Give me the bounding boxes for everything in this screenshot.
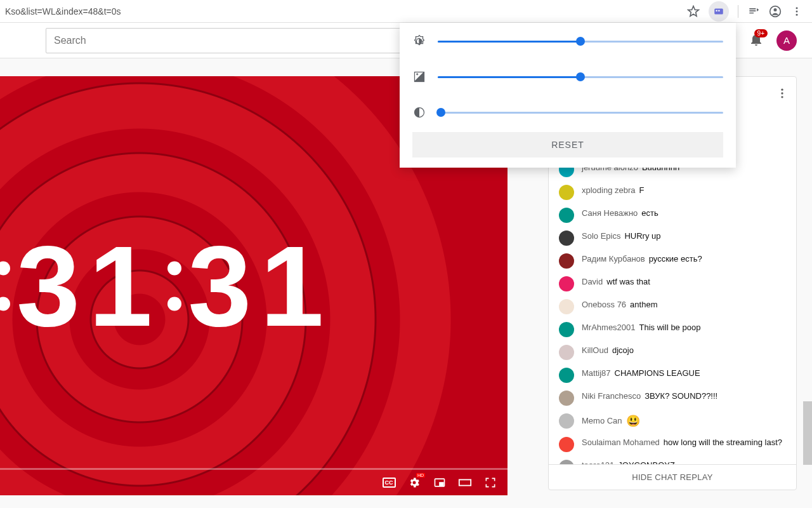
chat-username[interactable]: Solo Epics [582, 231, 620, 241]
player-controls: CC HD [0, 470, 508, 495]
extension-popup: RESET [400, 23, 736, 168]
svg-rect-1 [716, 10, 717, 11]
svg-rect-9 [440, 483, 443, 485]
chat-message: Oneboss 76anthem [559, 295, 786, 318]
notifications-button[interactable]: 9+ [749, 32, 764, 49]
chat-message: teero121JOYCONBOYZ [559, 456, 786, 464]
chat-username[interactable]: Oneboss 76 [582, 300, 626, 309]
chat-text: русские есть? [649, 254, 702, 264]
chat-text: F [639, 185, 645, 195]
chat-avatar[interactable] [559, 437, 574, 452]
chat-message: Davidwtf was that [559, 272, 786, 295]
svg-point-13 [781, 96, 783, 98]
svg-point-5 [796, 7, 798, 9]
chat-message: Mattij87CHAMPIONS LEAGUE [559, 364, 786, 387]
chat-text: anthem [630, 300, 657, 309]
chat-username[interactable]: Mattij87 [582, 368, 611, 378]
chat-avatar[interactable] [559, 231, 574, 246]
svg-rect-10 [459, 479, 471, 485]
scrollbar[interactable] [803, 401, 812, 465]
chat-avatar[interactable] [559, 322, 574, 337]
browser-address-bar: Kso&list=WL&index=48&t=0s [0, 0, 812, 23]
exposure-slider-row [412, 70, 723, 84]
contrast-slider-row [412, 105, 723, 119]
svg-point-4 [774, 8, 777, 11]
contrast-icon [412, 105, 426, 119]
chat-message: Саня Неважноесть [559, 204, 786, 227]
url-text: Kso&list=WL&index=48&t=0s [5, 6, 687, 17]
svg-point-6 [796, 10, 798, 12]
chat-username[interactable]: Niki Franchesco [582, 391, 641, 401]
chat-message: Niki FranchescoЗВУК? SOUND??!!! [559, 387, 786, 410]
extension-button[interactable] [709, 1, 729, 22]
hide-chat-button[interactable]: HIDE CHAT REPLAY [549, 464, 796, 490]
chat-avatar[interactable] [559, 208, 574, 223]
chat-avatar[interactable] [559, 253, 574, 269]
chat-text: CHAMPIONS LEAGUE [615, 368, 700, 378]
svg-point-7 [796, 13, 798, 15]
contrast-slider[interactable] [438, 112, 723, 114]
theater-button[interactable] [458, 476, 472, 490]
exposure-slider[interactable] [438, 76, 723, 78]
chat-username[interactable]: David [582, 277, 603, 286]
profile-icon[interactable] [769, 5, 782, 18]
user-avatar[interactable]: A [776, 30, 797, 51]
chat-text: how long will the streaming last? [664, 438, 782, 447]
chat-text: wtf was that [606, 277, 650, 286]
chat-menu-button[interactable] [776, 87, 789, 102]
svg-rect-2 [718, 10, 719, 11]
chat-message: Solo EpicsHURry up [559, 227, 786, 250]
chat-avatar[interactable] [559, 368, 574, 383]
miniplayer-button[interactable] [433, 476, 447, 490]
search-input[interactable] [46, 28, 401, 53]
chat-username[interactable]: Soulaiman Mohamed [582, 438, 660, 447]
chat-text: HURry up [624, 231, 660, 241]
chat-text: This will be poop [639, 323, 701, 332]
brightness-slider[interactable] [438, 41, 723, 43]
settings-button[interactable]: HD [407, 476, 421, 490]
chat-message: Радим Курбановрусские есть? [559, 250, 786, 272]
bookmark-star-icon[interactable] [687, 5, 700, 18]
browser-menu-icon[interactable] [790, 5, 803, 18]
chat-avatar[interactable] [559, 345, 574, 360]
chat-message-list[interactable]: jeruume alonzoBuuuhhhhxploding zebraFСан… [549, 153, 796, 464]
chat-text: есть [641, 208, 658, 218]
svg-point-11 [781, 89, 783, 91]
separator [738, 5, 738, 18]
chat-text: ЗВУК? SOUND??!!! [645, 391, 717, 401]
exposure-icon [412, 70, 426, 84]
chat-avatar[interactable] [559, 413, 574, 429]
chat-username[interactable]: Радим Курбанов [582, 254, 645, 264]
brightness-icon [412, 34, 426, 48]
chat-message: xploding zebraF [559, 181, 786, 204]
chat-message: Memo Can😃 [559, 410, 786, 433]
chat-text: djcojo [612, 345, 634, 355]
chat-username[interactable]: Memo Can [582, 416, 622, 425]
chat-message: MrAhmes2001This will be poop [559, 318, 786, 341]
fullscreen-button[interactable] [483, 476, 497, 490]
chat-username[interactable]: Саня Неважно [582, 208, 638, 218]
captions-button[interactable]: CC [382, 476, 396, 490]
reset-button[interactable]: RESET [412, 132, 723, 157]
chat-avatar[interactable] [559, 391, 574, 406]
brightness-slider-row [412, 34, 723, 48]
chat-avatar[interactable] [559, 276, 574, 291]
chat-text: 😃 [626, 415, 640, 427]
svg-point-12 [781, 92, 783, 94]
countdown-text: 31 31 [0, 220, 508, 352]
chat-username[interactable]: MrAhmes2001 [582, 323, 636, 332]
chat-username[interactable]: xploding zebra [582, 185, 636, 195]
notification-badge: 9+ [754, 29, 768, 37]
chat-username[interactable]: KillOud [582, 345, 608, 355]
chat-avatar[interactable] [559, 299, 574, 314]
chat-avatar[interactable] [559, 185, 574, 200]
chat-message: Soulaiman Mohamedhow long will the strea… [559, 433, 786, 456]
chat-avatar[interactable] [559, 460, 574, 464]
media-control-icon[interactable] [747, 5, 760, 18]
chat-message: KillOuddjcojo [559, 341, 786, 364]
